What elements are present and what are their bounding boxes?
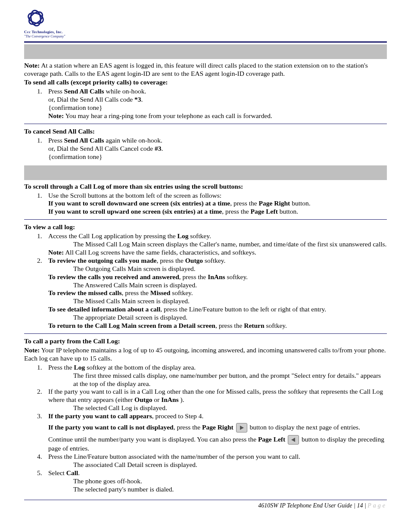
svg-marker-4 — [291, 438, 295, 442]
divider — [24, 333, 387, 334]
cancel-heading: To cancel Send All Calls: — [24, 128, 387, 136]
call-party-heading: To call a party from the Call Log: — [24, 337, 387, 345]
page-right-icon — [236, 423, 247, 432]
call-party-note: Note: Your IP telephone maintains a log … — [24, 346, 387, 363]
view-log-step1: Access the Call Log application by press… — [48, 232, 387, 257]
page-footer: 4610SW IP Telephone End User Guide | 14 … — [24, 502, 387, 509]
scroll-step: Use the Scroll buttons at the bottom lef… — [48, 192, 387, 216]
cancel-step: Press Send All Calls again while on-hook… — [48, 137, 387, 161]
page-number: 14 — [357, 502, 363, 509]
divider — [24, 219, 387, 220]
call-party-step1: Press the Log softkey at the bottom of t… — [48, 364, 387, 388]
company-logo: Ccc Technologies, Inc. "The Convergence … — [24, 9, 387, 39]
call-party-step5: Select Call. The phone goes off-hook. Th… — [48, 469, 387, 494]
call-party-steps: Press the Log softkey at the bottom of t… — [24, 364, 387, 494]
logo-tagline: "The Convergence Company" — [24, 34, 387, 39]
scroll-heading: To scroll through a Call Log of more tha… — [24, 183, 387, 191]
eas-note: Note: At a station where an EAS agent is… — [24, 62, 387, 78]
send-all-step: Press Send All Calls while on-hook. or, … — [48, 87, 387, 120]
header-rule — [24, 41, 387, 43]
call-party-step4: Press the Line/Feature button associated… — [48, 453, 387, 469]
view-log-steps: Access the Call Log application by press… — [24, 232, 387, 330]
svg-marker-3 — [240, 426, 244, 430]
section-bar — [24, 165, 387, 180]
cancel-steps: Press Send All Calls again while on-hook… — [24, 137, 387, 161]
logo-company-name: Ccc Technologies, Inc. — [24, 30, 387, 34]
footer-rule — [24, 500, 387, 500]
doc-title: 4610SW IP Telephone End User Guide — [258, 502, 352, 509]
call-party-step2: If the party you want to call is in a Ca… — [48, 388, 387, 412]
divider — [24, 124, 387, 124]
view-log-step2: To review the outgoing calls you made, p… — [48, 257, 387, 330]
scroll-steps: Use the Scroll buttons at the bottom lef… — [24, 192, 387, 216]
call-party-step3: If the party you want to call appears, p… — [48, 412, 387, 453]
view-log-heading: To view a call log: — [24, 223, 387, 231]
note-label: Note: — [24, 62, 40, 69]
page-left-icon — [288, 435, 299, 445]
page-word: Page — [367, 502, 387, 509]
svg-point-2 — [27, 9, 45, 27]
send-all-steps: Press Send All Calls while on-hook. or, … — [24, 87, 387, 120]
section-bar — [24, 44, 387, 59]
view-step1-sub: The Missed Call Log Main screen displays… — [73, 240, 387, 249]
send-all-heading: To send all calls (except priority calls… — [24, 78, 387, 87]
